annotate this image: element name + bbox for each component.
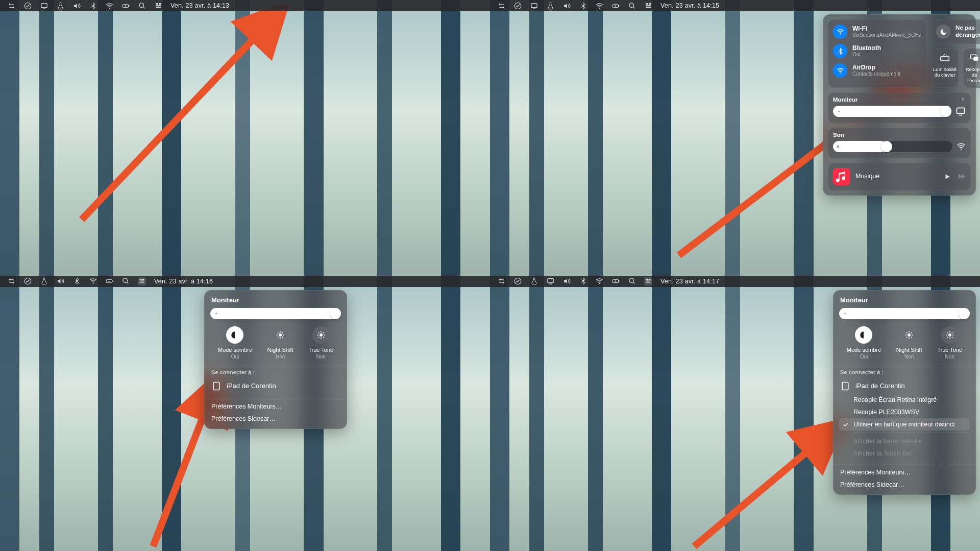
volume-slider[interactable] <box>833 141 952 152</box>
screen-mirroring-button[interactable]: Recopie de l'écran <box>963 49 980 88</box>
arrows-icon[interactable] <box>497 277 505 285</box>
check-icon[interactable] <box>23 277 32 285</box>
quadrant-1: Ven. 23 avr. à 14:13 <box>0 0 490 276</box>
quadrant-3: Ven. 23 avr. à 14:16 Moniteur Mode sombr… <box>0 276 490 552</box>
control-center-panel: Wi-FiSixSeasonsAndAMovie_5GHz BluetoothO… <box>823 14 976 196</box>
battery-icon[interactable] <box>611 2 620 10</box>
flask-icon[interactable] <box>546 2 554 10</box>
dark-mode-toggle[interactable]: Mode sombreOui <box>847 326 881 360</box>
airdrop-toggle[interactable]: AirDropContacts uniquement <box>833 63 921 78</box>
chevron-right-icon[interactable] <box>960 97 966 102</box>
flask-icon[interactable] <box>530 277 538 285</box>
clock[interactable]: Ven. 23 avr. à 14:13 <box>170 2 229 9</box>
display-icon[interactable] <box>955 106 966 116</box>
night-shift-icon <box>900 326 918 344</box>
sidecar-preferences-link[interactable]: Préférences Sidecar… <box>210 413 341 425</box>
dnd-toggle[interactable]: Ne pas déranger <box>931 19 980 44</box>
check-icon[interactable] <box>23 2 32 10</box>
battery-icon[interactable] <box>105 277 113 285</box>
option-mirror-retina[interactable]: Recopie Écran Retina intégré <box>839 394 970 406</box>
device-ipad[interactable]: iPad de Corentin <box>839 378 970 394</box>
display-preferences-link[interactable]: Préférences Moniteurs… <box>839 466 970 478</box>
option-mirror-ple[interactable]: Recopie PLE2003WSV <box>839 406 970 418</box>
spotlight-icon[interactable] <box>121 277 130 285</box>
panel-title: Moniteur <box>210 296 341 304</box>
control-center-icon[interactable] <box>644 277 652 285</box>
keyboard-brightness-button[interactable]: Luminosité du clavier <box>931 49 959 88</box>
volume-icon[interactable] <box>72 2 81 10</box>
battery-icon[interactable] <box>121 2 130 10</box>
option-show-touchbar[interactable]: Afficher la Touch Bar <box>839 447 970 460</box>
arrows-icon[interactable] <box>7 2 15 10</box>
connect-to-label: Se connecter à : <box>211 369 341 375</box>
flask-icon[interactable] <box>56 2 64 10</box>
display-icon[interactable] <box>546 277 554 285</box>
wifi-icon[interactable] <box>89 277 97 285</box>
wifi-toggle[interactable]: Wi-FiSixSeasonsAndAMovie_5GHz <box>833 25 921 39</box>
true-tone-toggle[interactable]: True ToneNon <box>937 326 962 360</box>
quadrant-2: Ven. 23 avr. à 14:15 Wi-FiSixSeasonsAndA… <box>490 0 980 276</box>
display-panel: Moniteur Mode sombreOui Night ShiftNon T… <box>204 290 347 429</box>
arrows-icon[interactable] <box>497 2 505 10</box>
control-center-icon[interactable] <box>644 2 652 10</box>
bluetooth-icon[interactable] <box>579 277 587 285</box>
bluetooth-icon[interactable] <box>579 2 587 10</box>
night-shift-icon <box>272 326 289 344</box>
option-separate-display[interactable]: Utiliser en tant que moniteur distinct <box>839 418 970 430</box>
flask-icon[interactable] <box>40 277 48 285</box>
true-tone-toggle[interactable]: True ToneNon <box>308 326 333 360</box>
airplay-audio-icon[interactable] <box>957 142 966 151</box>
spotlight-icon[interactable] <box>628 2 636 10</box>
night-shift-toggle[interactable]: Night ShiftNon <box>267 326 293 360</box>
display-icon[interactable] <box>40 2 48 10</box>
sound-label: Son <box>833 132 966 138</box>
night-shift-toggle[interactable]: Night ShiftNon <box>896 326 922 360</box>
check-icon[interactable] <box>513 277 522 285</box>
monitor-label: Moniteur <box>833 97 858 103</box>
check-icon[interactable] <box>513 2 522 10</box>
check-icon <box>842 421 849 428</box>
airdrop-icon <box>833 63 847 78</box>
battery-icon[interactable] <box>611 277 620 285</box>
volume-icon[interactable] <box>56 277 64 285</box>
arrows-icon[interactable] <box>7 277 15 285</box>
clock[interactable]: Ven. 23 avr. à 14:15 <box>660 2 719 9</box>
fast-forward-icon[interactable] <box>957 172 966 181</box>
dark-mode-toggle[interactable]: Mode sombreOui <box>218 326 252 360</box>
music-app-icon <box>833 168 850 185</box>
volume-icon[interactable] <box>562 277 571 285</box>
wifi-icon[interactable] <box>595 2 603 10</box>
mirror-icon <box>969 53 979 63</box>
sidecar-preferences-link[interactable]: Préférences Sidecar… <box>839 478 970 491</box>
svg-line-21 <box>694 426 837 546</box>
option-show-sidebar[interactable]: Afficher la barre latérale <box>839 435 970 447</box>
control-center-icon[interactable] <box>138 277 146 285</box>
display-icon[interactable] <box>530 2 538 10</box>
brightness-slider[interactable] <box>210 308 341 319</box>
wifi-icon[interactable] <box>105 2 113 10</box>
ipad-icon <box>211 381 222 391</box>
spotlight-icon[interactable] <box>628 277 636 285</box>
wifi-icon[interactable] <box>595 277 603 285</box>
connectivity-card: Wi-FiSixSeasonsAndAMovie_5GHz BluetoothO… <box>828 19 926 88</box>
bluetooth-icon[interactable] <box>89 2 97 10</box>
dark-mode-icon <box>855 326 872 344</box>
bluetooth-toggle[interactable]: BluetoothOui <box>833 44 921 58</box>
clock[interactable]: Ven. 23 avr. à 14:17 <box>660 278 719 285</box>
play-icon[interactable] <box>944 173 951 180</box>
display-preferences-link[interactable]: Préférences Moniteurs… <box>210 400 341 413</box>
moon-icon <box>936 25 950 39</box>
control-center-icon[interactable] <box>154 2 162 10</box>
clock[interactable]: Ven. 23 avr. à 14:16 <box>154 278 213 285</box>
quadrant-4: Ven. 23 avr. à 14:17 Moniteur Mode sombr… <box>490 276 980 552</box>
device-ipad[interactable]: iPad de Corentin <box>210 378 341 394</box>
music-card[interactable]: Musique <box>828 163 971 190</box>
brightness-slider[interactable] <box>833 106 951 117</box>
wifi-icon <box>833 25 847 39</box>
volume-icon[interactable] <box>562 2 571 10</box>
brightness-low-icon <box>842 310 848 316</box>
bluetooth-icon[interactable] <box>72 277 81 285</box>
menubar: Ven. 23 avr. à 14:13 <box>0 0 490 11</box>
spotlight-icon[interactable] <box>138 2 146 10</box>
brightness-slider[interactable] <box>839 308 970 319</box>
